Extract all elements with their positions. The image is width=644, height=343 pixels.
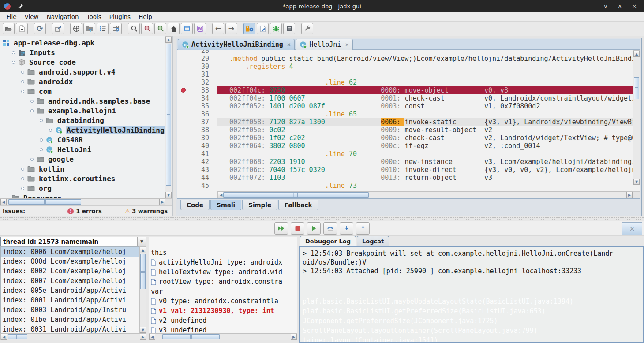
- tree-item-activityhellojnibinding[interactable]: cActivityHelloJniBinding: [0, 125, 166, 135]
- export-button[interactable]: [52, 23, 64, 34]
- view-tab-code[interactable]: Code: [180, 200, 210, 210]
- stack-frame-row[interactable]: index: 000d Lcom/example/helloj: [1, 257, 139, 266]
- tree-item-com[interactable]: com: [0, 86, 166, 96]
- smali-code-area[interactable]: 2829.method public static bind(Landroid/…: [177, 50, 640, 199]
- debugger-button[interactable]: [270, 23, 282, 34]
- scroll-down-icon[interactable]: ▼: [165, 192, 172, 198]
- frames-horizontal-scrollbar[interactable]: ◀ ▶: [0, 333, 146, 340]
- line-number[interactable]: 32: [177, 78, 217, 86]
- log-viewer-button[interactable]: [283, 23, 295, 34]
- scroll-up-icon[interactable]: ▲: [140, 247, 146, 253]
- nav-back-button[interactable]: ←: [212, 23, 224, 34]
- view-tab-simple[interactable]: Simple: [242, 200, 277, 210]
- nav-forward-button[interactable]: →: [225, 23, 237, 34]
- log-tab-debugger-log[interactable]: Debugger Log: [300, 236, 356, 246]
- tree-item-android-ndk-samples-base[interactable]: android.ndk.samples.base: [0, 96, 166, 106]
- open-custom-button[interactable]: [181, 23, 193, 34]
- tree-item-kotlin[interactable]: kotlin: [0, 164, 166, 174]
- tree-toggle-icon[interactable]: [21, 71, 24, 74]
- thread-selector[interactable]: thread id: 21573 name:main ▼: [0, 237, 146, 246]
- variable-row-v2[interactable]: v2 undefined: [149, 316, 297, 325]
- editor-tab-activityhellojnibinding[interactable]: cActivityHelloJniBinding×: [178, 39, 295, 50]
- scroll-right-icon[interactable]: ▶: [291, 334, 297, 340]
- variable-row-v3[interactable]: v3 undefined: [149, 325, 297, 333]
- tree-toggle-icon[interactable]: [21, 187, 24, 190]
- continue-button[interactable]: [307, 222, 321, 235]
- tree-vertical-scrollbar[interactable]: ▲ ▼: [165, 36, 172, 198]
- flat-packages-button[interactable]: [83, 23, 95, 34]
- tab-close-icon[interactable]: ×: [345, 41, 348, 48]
- comment-search-button[interactable]: [154, 23, 166, 34]
- scroll-right-icon[interactable]: ▶: [140, 334, 146, 340]
- log-content[interactable]: > 12:54:03 Breakpoint will set at com.ex…: [299, 246, 644, 343]
- scroll-up-icon[interactable]: ▲: [165, 37, 172, 43]
- tree-toggle-icon[interactable]: [30, 109, 34, 112]
- minimize-icon[interactable]: ∨: [603, 3, 608, 10]
- variable-row-this[interactable]: this: [149, 248, 297, 257]
- tree-horizontal-scrollbar[interactable]: ◀ ▶: [0, 198, 166, 205]
- tree-toggle-icon[interactable]: [21, 80, 24, 83]
- step-out-button[interactable]: [356, 222, 370, 235]
- stop-button[interactable]: [291, 222, 304, 235]
- scrollbar-thumb[interactable]: [634, 77, 639, 99]
- line-number[interactable]: 44: [177, 174, 217, 182]
- tree-toggle-icon[interactable]: [40, 148, 43, 151]
- debugger-close-button[interactable]: ×: [622, 222, 642, 235]
- stack-frame-row[interactable]: index: 005e Landroid/app/Activi: [1, 286, 139, 295]
- tree-item-androidx[interactable]: androidx: [0, 77, 166, 86]
- menu-plugins[interactable]: Plugins: [105, 13, 135, 20]
- scroll-down-icon[interactable]: ▼: [140, 327, 146, 333]
- tree-toggle-icon[interactable]: [21, 168, 24, 171]
- tab-close-icon[interactable]: ×: [287, 41, 291, 48]
- tree-toggle-icon[interactable]: [30, 100, 34, 103]
- reload-button[interactable]: ⟳: [34, 23, 46, 34]
- tree-toggle-icon[interactable]: [40, 138, 43, 142]
- scrollbar-thumb[interactable]: [166, 44, 171, 186]
- warnings-badge[interactable]: ⚠ 3 warnings: [125, 208, 168, 215]
- stack-frame-row[interactable]: index: 0001 Landroid/app/Activi: [1, 295, 139, 305]
- view-tab-fallback[interactable]: Fallback: [278, 200, 318, 210]
- tree-toggle-icon[interactable]: [21, 90, 24, 93]
- line-number[interactable]: 30: [177, 63, 217, 71]
- scrollbar-thumb[interactable]: [8, 199, 81, 205]
- scrollbar-thumb[interactable]: [223, 192, 369, 198]
- line-number[interactable]: 28: [177, 50, 217, 55]
- stack-frame-row[interactable]: index: 0003 Landroid/app/Instru: [1, 305, 139, 315]
- stack-frame-row[interactable]: index: 01be Landroid/app/Activi: [1, 315, 139, 324]
- device-dialog-button[interactable]: [70, 23, 82, 34]
- tree-toggle-icon[interactable]: [49, 129, 52, 132]
- sort-button[interactable]: [97, 23, 109, 34]
- log-tab-logcat[interactable]: Logcat: [357, 236, 389, 246]
- mappings-button[interactable]: M: [194, 23, 206, 34]
- class-search-button[interactable]: [141, 23, 153, 34]
- line-number[interactable]: 39: [177, 134, 217, 142]
- tree-toggle-icon[interactable]: [12, 61, 15, 64]
- scroll-right-icon[interactable]: ▶: [159, 199, 165, 205]
- quark-report-button[interactable]: [257, 23, 269, 34]
- line-number[interactable]: 34: [177, 94, 217, 102]
- scroll-down-icon[interactable]: ▼: [633, 179, 640, 185]
- line-number[interactable]: 41: [177, 150, 217, 158]
- menu-file[interactable]: File: [3, 13, 21, 20]
- tree-item-inputs[interactable]: Inputs: [0, 48, 166, 57]
- line-number[interactable]: 31: [177, 71, 217, 78]
- add-files-button[interactable]: [16, 23, 28, 34]
- run-to-cursor-button[interactable]: [274, 222, 288, 235]
- line-number[interactable]: 38: [177, 126, 217, 134]
- scrollbar-thumb[interactable]: [8, 334, 27, 339]
- tree-item-app-release-dbg-apk[interactable]: app-release-dbg.apk: [0, 38, 166, 48]
- variables-horizontal-scrollbar[interactable]: ◀ ▶: [149, 333, 297, 340]
- preferences-button[interactable]: [301, 23, 313, 34]
- variable-row-rootview[interactable]: rootView type: androidx.constra: [149, 277, 297, 287]
- maximize-icon[interactable]: ∧: [618, 3, 622, 10]
- code-horizontal-scrollbar[interactable]: ◀ ▶: [217, 191, 633, 198]
- tree-toggle-icon[interactable]: [30, 158, 34, 161]
- scrollbar-thumb[interactable]: [140, 254, 146, 289]
- line-number[interactable]: 45: [177, 182, 217, 190]
- scroll-right-icon[interactable]: ▶: [626, 192, 633, 198]
- variable-row-v0[interactable]: v0 type: androidx.constraintla: [149, 296, 297, 306]
- step-into-button[interactable]: [340, 222, 353, 235]
- scroll-left-icon[interactable]: ◀: [149, 334, 155, 340]
- text-search-button[interactable]: [128, 23, 140, 34]
- chevron-down-icon[interactable]: ▼: [137, 237, 146, 246]
